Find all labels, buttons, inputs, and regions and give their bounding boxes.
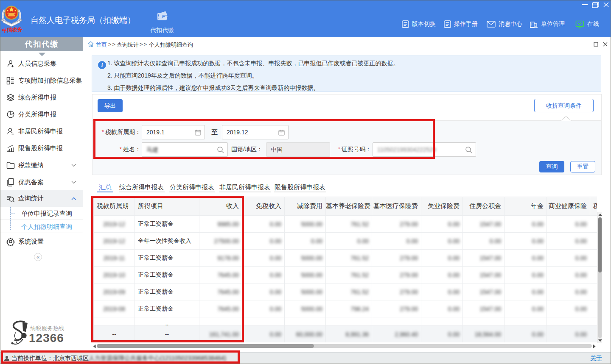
svg-text:中国税务: 中国税务 — [2, 26, 22, 33]
